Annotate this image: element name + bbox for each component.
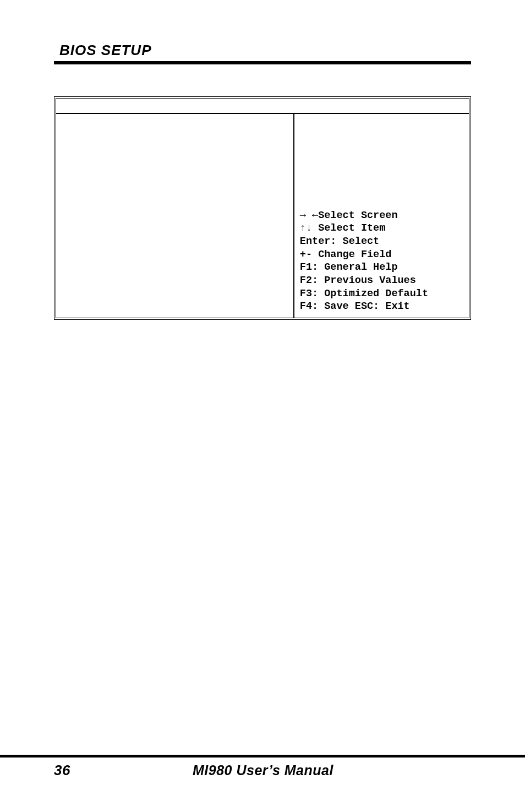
help-previous-values: F2: Previous Values xyxy=(300,274,463,287)
bios-menubar[interactable] xyxy=(56,99,469,114)
help-general-help: F1: General Help xyxy=(300,261,463,274)
help-select-screen: → ←Select Screen xyxy=(300,209,463,222)
header-title: BIOS SETUP xyxy=(54,42,471,59)
bios-settings-pane[interactable] xyxy=(56,114,294,318)
help-optimized-default: F3: Optimized Default xyxy=(300,287,463,301)
bios-help-pane: → ←Select Screen ↑↓ Select Item Enter: S… xyxy=(294,114,469,318)
page-footer: 36 MI980 User’s Manual xyxy=(0,755,525,779)
bios-screen: → ←Select Screen ↑↓ Select Item Enter: S… xyxy=(54,96,471,320)
page-number: 36 xyxy=(54,762,70,779)
help-save-exit: F4: Save ESC: Exit xyxy=(300,300,463,313)
help-select-item: ↑↓ Select Item xyxy=(300,222,463,235)
manual-title: MI980 User’s Manual xyxy=(70,762,456,778)
page-header: BIOS SETUP xyxy=(54,42,471,64)
help-enter: Enter: Select xyxy=(300,235,463,248)
help-change-field: +- Change Field xyxy=(300,248,463,261)
